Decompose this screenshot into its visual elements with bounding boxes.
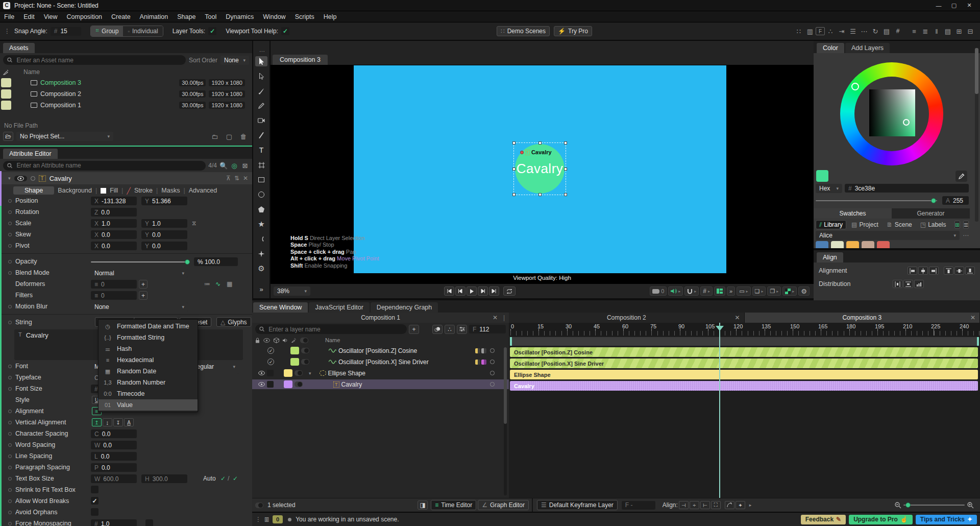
checker-icon[interactable]: ▸ [782, 286, 797, 296]
clear-icon[interactable]: ⊠ [241, 160, 249, 171]
socket[interactable] [8, 233, 12, 236]
playhead[interactable] [719, 323, 720, 498]
socket[interactable] [8, 455, 12, 458]
rows-icon[interactable]: ▤ [942, 26, 953, 36]
menu-view[interactable]: View [44, 13, 58, 20]
valign-baseline-button[interactable]: A [124, 418, 134, 426]
socket[interactable] [8, 387, 12, 391]
menu-animation[interactable]: Animation [140, 13, 168, 20]
graph-editor-button[interactable]: ∠Graph Editor [478, 500, 529, 510]
eye-icon[interactable] [258, 371, 265, 375]
utilities-tool-icon[interactable]: ⚙ [255, 264, 267, 274]
timeline-ruler[interactable]: 0 15 30 45 60 75 90 105 120 135 150 165 … [509, 323, 980, 336]
menu-edit[interactable]: Edit [23, 13, 35, 20]
layer-color-swatch[interactable] [284, 369, 292, 377]
link-scale-icon[interactable]: ⧖ [192, 220, 196, 227]
layer-toggle-icon[interactable] [295, 370, 303, 376]
toggle-icon[interactable] [300, 338, 308, 343]
align-vcenter-button[interactable] [954, 267, 964, 275]
tab-advanced[interactable]: Advanced [189, 187, 217, 194]
skew-y-field[interactable]: Y0.0 [141, 230, 187, 239]
tab-stroke[interactable]: Stroke [134, 187, 153, 194]
word-breaks-checkbox[interactable]: ✓ [91, 497, 99, 505]
close-tab-icon[interactable]: ✕ [734, 313, 740, 323]
tab-generator[interactable]: Generator [892, 208, 970, 219]
work-area-end-handle[interactable] [977, 337, 979, 346]
grid-icon[interactable]: #▸ [700, 286, 713, 296]
pivot-y-field[interactable]: Y0.0 [141, 242, 187, 250]
project-set-dropdown[interactable]: No Project Set...▾ [16, 132, 113, 141]
align-hcenter-button[interactable] [918, 267, 928, 275]
tab-fill[interactable]: Fill [110, 187, 118, 194]
demo-scenes-button[interactable]: ∷Demo Scenes [497, 26, 550, 36]
console-icon[interactable]: 🗏 [261, 514, 273, 524]
keyframe-pill-icon[interactable] [475, 348, 480, 353]
palette-swatch[interactable] [862, 241, 874, 248]
keyframe-pill-icon[interactable] [475, 360, 480, 365]
layer-tools-checkbox[interactable]: ✓ [208, 27, 216, 35]
palette-swatch[interactable] [846, 241, 859, 248]
expand-icon[interactable]: ⇅ [234, 175, 239, 182]
frame-offset-field[interactable]: F - [622, 501, 655, 510]
feedback-button[interactable]: Feedback✎ [801, 515, 846, 524]
speaker-icon[interactable]: ▸ [668, 286, 683, 296]
text-box-height-field[interactable]: H300.0 [141, 474, 187, 483]
filter-circles-icon[interactable] [432, 325, 443, 334]
asset-row[interactable]: Composition 2 30.00fps 1920 x 1080 [0, 88, 252, 100]
socket[interactable] [8, 210, 12, 214]
output-socket[interactable] [490, 371, 495, 375]
word-spacing-field[interactable]: W0.0 [91, 441, 137, 449]
layer-search[interactable] [255, 324, 407, 334]
viewport-canvas[interactable]: Cavalry T Cavalry Hold S Direct Layer Se… [271, 65, 814, 284]
move-to-end-icon[interactable]: ⇥ [836, 26, 847, 36]
text-tool-icon[interactable]: T [255, 145, 267, 155]
tab-scene-window[interactable]: Scene Window [253, 302, 308, 313]
viewport-tool-help-checkbox[interactable]: ✓ [281, 27, 289, 35]
grid-3-icon[interactable]: ⊟ [965, 26, 976, 36]
output-socket[interactable] [490, 360, 495, 364]
filters-field[interactable]: ≡0 [91, 291, 137, 300]
work-area-bar[interactable] [510, 337, 979, 346]
monitor-icon[interactable]: ▢ [224, 131, 235, 141]
layer-row-oscillator-z[interactable]: ✓ Oscillator [Position.Z] Cosine [252, 346, 509, 355]
layer-row-ellipse[interactable]: ▾ Ellipse Shape [252, 368, 509, 378]
tool-strip-menu-icon[interactable]: ⋯ [253, 48, 272, 55]
columns-icon[interactable]: ‖ [931, 26, 942, 36]
go-to-end-button[interactable] [489, 286, 499, 296]
driver-pill-icon[interactable] [481, 360, 486, 365]
step-forward-button[interactable] [478, 286, 488, 296]
socket[interactable] [8, 365, 12, 368]
layer-search-input[interactable] [267, 325, 403, 333]
tab-dependency-graph[interactable]: Dependency Graph [371, 302, 438, 313]
layer-toggle-icon[interactable] [295, 381, 303, 387]
frame-bounds-icon[interactable]: ▭▸ [737, 286, 750, 296]
valign-middle-button[interactable]: ↨ [103, 418, 112, 426]
viewport-settings-icon[interactable]: ⚙ [798, 286, 810, 296]
composition-tab-header[interactable]: Composition 1 ✕ | [252, 313, 509, 323]
emitter-tool-icon[interactable] [255, 249, 267, 259]
close-tab-icon[interactable]: ✕ [970, 313, 975, 323]
timeline-bar-ellipse[interactable]: Ellipse Shape [510, 370, 978, 379]
socket[interactable] [8, 199, 12, 203]
tab-background[interactable]: Background [58, 187, 92, 194]
add-dots-icon[interactable]: ∴ [445, 325, 455, 334]
line-tool-icon[interactable] [255, 130, 267, 140]
frame-f-icon[interactable]: F [816, 27, 825, 35]
pivot-x-field[interactable]: X0.0 [91, 242, 137, 250]
sv-indicator[interactable] [903, 119, 910, 126]
play-button[interactable] [467, 286, 477, 296]
render-checkbox[interactable] [267, 381, 274, 388]
message-count-badge[interactable]: 0 [273, 515, 283, 523]
force-monospacing-checkbox[interactable] [145, 519, 153, 526]
close-composition-icon[interactable]: ✕ [493, 313, 498, 323]
opacity-slider[interactable] [91, 261, 189, 262]
tab-align[interactable]: Align [817, 252, 843, 262]
menu-create[interactable]: Create [111, 13, 131, 20]
ellipsis-icon[interactable]: ⋯ [859, 26, 870, 36]
maximize-button[interactable]: ▢ [946, 1, 962, 11]
menu-scripts[interactable]: Scripts [295, 13, 314, 20]
zoom-attributes-icon[interactable]: 🔍 [219, 160, 228, 171]
hue-indicator[interactable] [851, 83, 859, 90]
character-spacing-field[interactable]: C0.0 [91, 429, 137, 438]
socket[interactable] [8, 305, 12, 308]
